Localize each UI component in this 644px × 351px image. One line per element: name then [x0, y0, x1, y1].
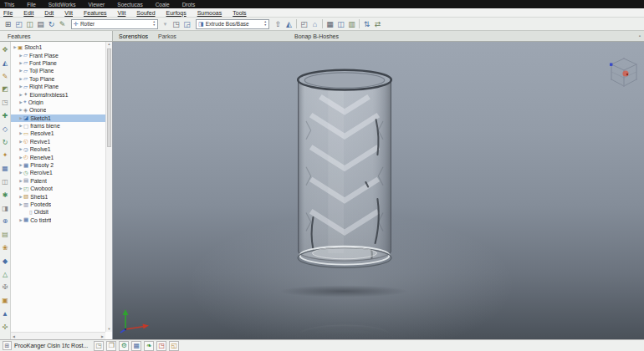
toolbar-icon[interactable]: ◭ [284, 18, 294, 30]
toolbar-icon[interactable]: ◳ [171, 18, 181, 30]
titlebar-menu[interactable]: Viewer [89, 2, 105, 8]
command-combobox[interactable]: ✛ Rotler ▲▼ [71, 19, 158, 29]
toolbar-icon[interactable]: ◫ [24, 18, 35, 30]
titlebar-menu[interactable]: SolidWorks [49, 2, 76, 8]
tree-item[interactable]: ▶▦Co tistrtt [11, 216, 112, 224]
menubar-item[interactable]: Tools [233, 10, 246, 16]
image-icon[interactable]: ◳ [94, 341, 104, 351]
menubar-item[interactable]: Features [84, 10, 107, 16]
scroll-down-icon[interactable]: ▼ [106, 328, 112, 331]
toolbar-icon[interactable]: ↻ [46, 18, 57, 30]
tree-item[interactable]: ▶◈Onone [11, 106, 112, 114]
viewport-3d[interactable] [113, 42, 644, 339]
left-toolbar-icon[interactable]: ◇ [3, 123, 8, 136]
titlebar-menu[interactable]: Soectucas [117, 2, 142, 8]
tree-item[interactable]: ▶▧Shets1 [11, 192, 112, 200]
import-icon[interactable]: ◱ [169, 341, 179, 351]
toolbar-icon[interactable]: ⊞ [3, 18, 13, 30]
menubar-item[interactable]: Soufed [136, 10, 155, 16]
scroll-left-icon[interactable]: ◀ [13, 334, 15, 338]
left-toolbar-icon[interactable]: ✦ [3, 149, 8, 162]
export-icon[interactable]: ◳ [156, 341, 166, 351]
left-toolbar-icon[interactable]: ▲ [2, 308, 8, 321]
tree-item[interactable]: ▶▢frams biene [11, 122, 112, 130]
tree-item[interactable]: ▶▱Frant Plase [11, 51, 112, 58]
tree-hscrollbar[interactable]: ◀ ▶ [11, 332, 105, 339]
menubar-item[interactable]: Edit [23, 10, 33, 16]
tree-item[interactable]: ▶▣Stoch1 [11, 43, 112, 51]
chart-icon[interactable]: ▦ [131, 341, 141, 351]
left-toolbar-icon[interactable]: ✱ [3, 189, 8, 202]
tree-item[interactable]: ▶◴Renelve1 [11, 153, 112, 160]
menubar-item[interactable]: Vlit [118, 10, 126, 16]
tree-item[interactable]: ▶▱Right Plane [11, 83, 112, 90]
left-toolbar-icon[interactable]: ◨ [2, 202, 8, 216]
titlebar-menu[interactable]: Drots [182, 2, 196, 8]
left-toolbar-icon[interactable]: ✚ [3, 109, 8, 123]
toolbar-icon[interactable]: ▥ [346, 18, 357, 30]
spinner-icon[interactable]: ▲▼ [264, 21, 267, 27]
left-toolbar-icon[interactable]: △ [3, 268, 8, 282]
tree-item[interactable]: ▶▦Pinsoty 2 [11, 161, 112, 169]
left-toolbar-icon[interactable]: ✣ [3, 321, 8, 334]
tree-item[interactable]: ▶▤Patent [11, 177, 112, 185]
tab-features[interactable]: Features [0, 31, 113, 41]
left-toolbar-icon[interactable]: ◳ [2, 96, 8, 109]
toolbar-icon[interactable]: ◫ [335, 18, 346, 30]
toolbar-icon[interactable]: ◰ [299, 18, 309, 30]
tree-item[interactable]: ▶▭Resolve1 [11, 130, 112, 137]
left-toolbar-icon[interactable]: ✎ [3, 70, 8, 84]
tree-vscrollbar[interactable]: ▲ ▼ [105, 42, 112, 332]
left-toolbar-icon[interactable]: ⊕ [3, 215, 8, 228]
scroll-right-icon[interactable]: ▶ [101, 334, 104, 338]
toolbar-icon[interactable]: ⇄ [372, 18, 383, 30]
left-toolbar-icon[interactable]: ◆ [3, 255, 8, 268]
toolbar-icon[interactable]: ⇅ [361, 18, 372, 30]
toolbar-icon[interactable]: ◲ [181, 18, 192, 30]
view-cube-icon[interactable] [602, 52, 644, 95]
left-toolbar-icon[interactable]: ▤ [2, 228, 8, 242]
left-toolbar-icon[interactable]: ◭ [3, 57, 8, 70]
toolbar-icon[interactable]: ▤ [35, 18, 46, 30]
menubar-item[interactable]: Vlit [64, 10, 73, 16]
tree-item[interactable]: ▶◪Sketch1 [11, 114, 112, 122]
tree-item[interactable]: ▶▱Font Plane [11, 59, 112, 67]
left-toolbar-icon[interactable]: ❀ [3, 242, 8, 255]
dropdown-arrow-icon[interactable]: ▼ [161, 18, 169, 30]
tree-item[interactable]: ▶▱Toji Plane [11, 67, 112, 74]
extrude-combobox[interactable]: ◨ Extrude Bos/Base ▲▼ [196, 19, 269, 29]
ribbon-tab[interactable]: Parkos [158, 33, 176, 39]
menubar-item[interactable]: Sumooas [197, 10, 222, 16]
tree-item[interactable]: ▶◷Rerolve1 [11, 169, 112, 176]
glass-model[interactable] [294, 68, 396, 300]
titlebar-menu[interactable]: This [4, 2, 14, 8]
toolbar-icon[interactable]: ⇧ [273, 18, 284, 30]
gears-icon[interactable]: ⚙ [119, 341, 129, 351]
toolbar-icon[interactable]: ✎ [57, 18, 68, 30]
titlebar-menu[interactable]: File [27, 2, 35, 8]
plant-icon[interactable]: ❧ [144, 341, 154, 351]
tree-item[interactable]: ▶⌖Origin [11, 99, 112, 106]
pin-icon[interactable]: ▪ [639, 33, 641, 38]
left-toolbar-icon[interactable]: ▣ [2, 294, 8, 308]
spinner-icon[interactable]: ▲▼ [153, 21, 156, 27]
tree-item[interactable]: ▯Oidsit [11, 208, 112, 216]
left-toolbar-icon[interactable]: ▦ [2, 162, 8, 176]
scrollbar-thumb[interactable] [107, 48, 111, 147]
left-toolbar-icon[interactable]: ✠ [3, 281, 8, 294]
left-toolbar-icon[interactable]: ↻ [3, 136, 8, 150]
ribbon-tab[interactable]: Sorenshios [119, 33, 148, 39]
toolbar-icon[interactable]: ◰ [13, 18, 24, 30]
left-toolbar-icon[interactable]: ◩ [2, 83, 8, 96]
tree-item[interactable]: ▶▥Pooteds [11, 201, 112, 208]
toolbar-icon[interactable]: ▦ [325, 18, 335, 30]
tree-item[interactable]: ▶▱Top Plane [11, 75, 112, 83]
tree-item[interactable]: ▶◵Revive1 [11, 138, 112, 145]
left-toolbar-icon[interactable]: ◫ [2, 176, 8, 189]
tree-item[interactable]: ▶✦Eiomsfrxbless1 [11, 90, 112, 98]
menubar-item[interactable]: Ddt [44, 10, 54, 16]
tree-item[interactable]: ▶◰Cwoboot [11, 185, 112, 192]
clipboard-icon[interactable]: ❐ [106, 341, 116, 351]
scroll-up-icon[interactable]: ▲ [106, 43, 112, 46]
left-toolbar-icon[interactable]: ✥ [3, 43, 8, 57]
